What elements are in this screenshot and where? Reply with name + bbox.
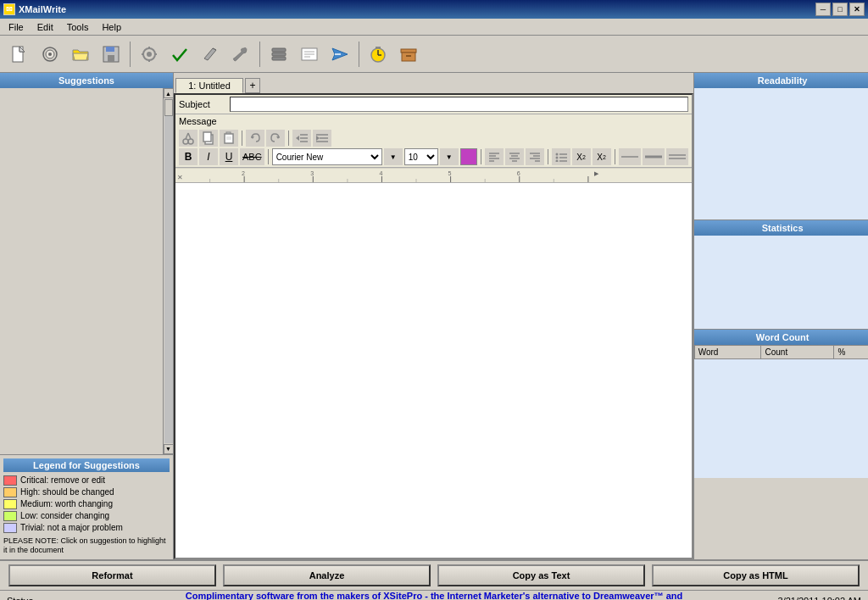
font-size-select[interactable]: 10 8 9 11 12 14	[404, 148, 438, 165]
indent-decrease-button[interactable]	[292, 130, 311, 147]
word-count-table: Word Count %	[694, 345, 868, 478]
preferences-button[interactable]	[135, 40, 164, 69]
check-button[interactable]	[165, 40, 194, 69]
reformat-button[interactable]: Reformat	[8, 564, 216, 586]
right-panel: Readability Statistics Word Count Word C…	[693, 73, 868, 559]
superscript-button[interactable]: X2	[593, 148, 611, 165]
scroll-thumb[interactable]	[164, 99, 173, 116]
tab-add-button[interactable]: +	[245, 78, 260, 93]
suggestions-scrollbar: ▲ ▼	[163, 88, 173, 454]
percent-col-header: %	[834, 346, 868, 359]
legend-header: Legend for Suggestions	[3, 458, 170, 472]
status-datetime: 3/21/2011 10:02 AM	[690, 596, 861, 601]
underline-button[interactable]: U	[220, 148, 238, 165]
close-button[interactable]: ✕	[849, 3, 865, 16]
text-area	[175, 183, 692, 558]
hr-button[interactable]	[619, 148, 641, 165]
svg-text:5: 5	[448, 170, 452, 176]
legend-low-label: Low: consider changing	[20, 511, 109, 520]
undo-button[interactable]	[246, 130, 264, 147]
stack-button[interactable]	[264, 40, 293, 69]
editor-container: Subject Message	[174, 93, 693, 559]
statistics-section: Statistics	[694, 220, 868, 330]
open-recent-button[interactable]	[36, 40, 64, 69]
word-count-header: Word Count	[694, 330, 868, 345]
legend-trivial-color	[3, 523, 17, 533]
menu-edit[interactable]: Edit	[32, 20, 58, 34]
timer-button[interactable]	[364, 40, 392, 69]
title-bar: ✉ XMailWrite ─ □ ✕	[0, 0, 868, 19]
legend-high-label: High: should be changed	[20, 487, 114, 497]
font-family-select[interactable]: Courier New Arial Times New Roman Verdan…	[272, 148, 382, 165]
save-button[interactable]	[97, 40, 125, 69]
status-bar: Status Complimentary software from the m…	[0, 590, 868, 600]
menu-tools[interactable]: Tools	[62, 20, 94, 34]
send-button[interactable]	[326, 40, 354, 69]
bold-button[interactable]: B	[179, 148, 198, 165]
italic-button[interactable]: I	[199, 148, 218, 165]
svg-marker-50	[316, 136, 320, 141]
copy-as-html-button[interactable]: Copy as HTML	[652, 564, 860, 586]
app-icon: ✉	[3, 3, 15, 15]
indent-increase-button[interactable]	[313, 130, 331, 147]
scroll-up-arrow[interactable]: ▲	[164, 88, 174, 98]
compose-button[interactable]	[295, 40, 324, 69]
format-row-1	[179, 130, 688, 147]
hr-style-button[interactable]	[666, 148, 688, 165]
svg-point-64	[555, 157, 558, 159]
legend-medium-label: Medium: worth changing	[20, 499, 113, 508]
legend-critical-color	[3, 475, 17, 486]
legend-medium-color	[3, 499, 17, 509]
maximize-button[interactable]: □	[832, 3, 848, 16]
menu-file[interactable]: File	[3, 20, 29, 34]
edit-button[interactable]	[196, 40, 225, 69]
legend-high: High: should be changed	[3, 487, 170, 497]
tab-untitled[interactable]: 1: Untitled	[175, 78, 243, 93]
legend-low-color	[3, 511, 17, 521]
cut-button[interactable]	[179, 130, 198, 147]
svg-point-65	[555, 160, 558, 163]
paste-button[interactable]	[220, 130, 238, 147]
analyze-button[interactable]: Analyze	[223, 564, 431, 586]
subscript-button[interactable]: X2	[572, 148, 591, 165]
scroll-down-arrow[interactable]: ▼	[164, 444, 174, 454]
left-panel: Suggestions ▲ ▼ Legend for Suggestions C…	[0, 73, 174, 559]
readability-header: Readability	[694, 73, 868, 88]
align-left-button[interactable]	[485, 148, 504, 165]
word-count-row	[694, 359, 868, 478]
menu-help[interactable]: Help	[97, 20, 126, 34]
svg-rect-6	[106, 47, 114, 52]
text-color-button[interactable]	[460, 148, 477, 165]
hr-thick-button[interactable]	[643, 148, 665, 165]
align-right-button[interactable]	[526, 148, 544, 165]
ruler: ✕ 2 3 4 5 6 ▶	[175, 168, 692, 183]
legend-medium: Medium: worth changing	[3, 499, 170, 509]
legend-trivial: Trivial: not a major problem	[3, 523, 170, 533]
legend-section: Legend for Suggestions Critical: remove …	[0, 454, 173, 559]
legend-critical-label: Critical: remove or edit	[20, 475, 105, 485]
archive-button[interactable]	[394, 40, 423, 69]
copy-as-text-button[interactable]: Copy as Text	[437, 564, 645, 586]
align-center-button[interactable]	[505, 148, 524, 165]
legend-low: Low: consider changing	[3, 511, 170, 521]
strikethrough-button[interactable]: ABC	[240, 148, 264, 165]
size-dropdown-arrow[interactable]: ▼	[440, 148, 459, 165]
svg-point-63	[555, 153, 558, 156]
main-toolbar	[0, 36, 868, 73]
svg-point-4	[48, 53, 52, 56]
minimize-button[interactable]: ─	[815, 3, 831, 16]
statistics-header: Statistics	[694, 220, 868, 236]
message-editor[interactable]	[179, 186, 688, 554]
open-button[interactable]	[66, 40, 95, 69]
subject-label: Subject	[179, 99, 230, 109]
wrench-button[interactable]	[226, 40, 255, 69]
copy-button[interactable]	[199, 130, 218, 147]
format-toolbar: B I U ABC Courier New Arial Times New Ro…	[175, 128, 692, 168]
subject-input[interactable]	[230, 97, 688, 112]
font-dropdown-arrow[interactable]: ▼	[384, 148, 403, 165]
word-count-section: Word Count Word Count %	[694, 330, 868, 559]
redo-button[interactable]	[266, 130, 285, 147]
word-col-header: Word	[694, 346, 761, 359]
new-button[interactable]	[5, 40, 34, 69]
bullet-list-button[interactable]	[552, 148, 570, 165]
